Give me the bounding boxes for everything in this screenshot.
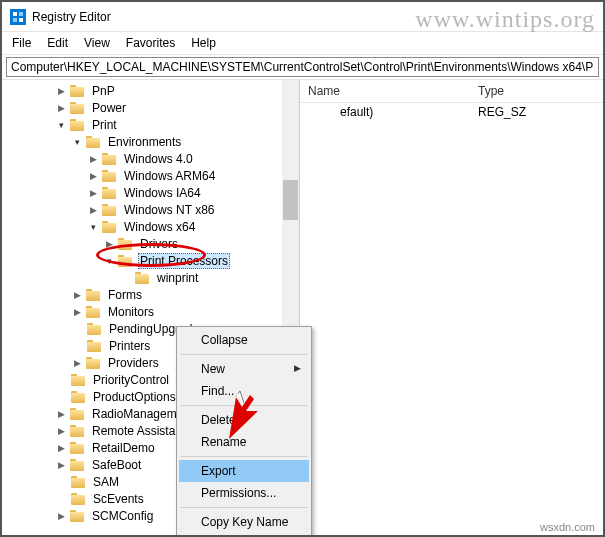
- tree-item-win40[interactable]: Windows 4.0: [122, 152, 195, 166]
- chevron-right-icon[interactable]: ▶: [55, 458, 68, 471]
- tree-item-drivers[interactable]: Drivers: [138, 237, 180, 251]
- chevron-right-icon[interactable]: ▶: [71, 356, 84, 369]
- ctx-new[interactable]: New▶: [179, 358, 309, 380]
- chevron-down-icon[interactable]: ▾: [87, 220, 100, 233]
- tree-item-winia64[interactable]: Windows IA64: [122, 186, 203, 200]
- scrollbar-thumb[interactable]: [283, 180, 298, 220]
- separator: [181, 507, 307, 508]
- folder-icon: [70, 424, 86, 437]
- tree-item-winarm64[interactable]: Windows ARM64: [122, 169, 217, 183]
- tree-item-prioritycontrol[interactable]: PriorityControl: [91, 373, 171, 387]
- tree-item-printers[interactable]: Printers: [107, 339, 152, 353]
- tree-item-winx64[interactable]: Windows x64: [122, 220, 197, 234]
- chevron-right-icon[interactable]: ▶: [87, 169, 100, 182]
- tree-item-power[interactable]: Power: [90, 101, 128, 115]
- tree-item-sam[interactable]: SAM: [91, 475, 121, 489]
- folder-icon: [102, 220, 118, 233]
- ctx-rename[interactable]: Rename: [179, 431, 309, 453]
- folder-icon: [102, 203, 118, 216]
- folder-icon: [86, 135, 102, 148]
- folder-icon: [86, 356, 102, 369]
- separator: [181, 354, 307, 355]
- folder-icon: [102, 169, 118, 182]
- menu-file[interactable]: File: [12, 36, 31, 50]
- svg-rect-0: [13, 12, 17, 16]
- chevron-right-icon[interactable]: ▶: [87, 186, 100, 199]
- svg-rect-3: [19, 18, 23, 22]
- folder-icon: [71, 492, 87, 505]
- chevron-right-icon[interactable]: ▶: [71, 288, 84, 301]
- folder-icon: [87, 322, 103, 335]
- folder-icon: [86, 288, 102, 301]
- folder-icon: [70, 458, 86, 471]
- folder-icon: [70, 441, 86, 454]
- tree-item-providers[interactable]: Providers: [106, 356, 161, 370]
- col-type[interactable]: Type: [470, 80, 603, 102]
- submenu-arrow-icon: ▶: [294, 363, 301, 373]
- chevron-right-icon[interactable]: ▶: [87, 152, 100, 165]
- tree-item-productoptions[interactable]: ProductOptions: [91, 390, 178, 404]
- folder-icon: [102, 186, 118, 199]
- chevron-down-icon[interactable]: ▾: [103, 254, 116, 267]
- cell-type: REG_SZ: [470, 103, 603, 121]
- folder-icon: [70, 84, 86, 97]
- ctx-export[interactable]: Export: [179, 460, 309, 482]
- tree-item-winprint[interactable]: winprint: [155, 271, 200, 285]
- folder-icon: [118, 237, 134, 250]
- address-input[interactable]: [6, 57, 599, 77]
- ctx-delete[interactable]: Delete: [179, 409, 309, 431]
- separator: [181, 405, 307, 406]
- chevron-right-icon[interactable]: ▶: [103, 237, 116, 250]
- title-bar: Registry Editor: [2, 2, 603, 32]
- folder-icon: [70, 509, 86, 522]
- ctx-copykeyname[interactable]: Copy Key Name: [179, 511, 309, 533]
- chevron-right-icon[interactable]: ▶: [71, 305, 84, 318]
- regedit-icon: [10, 9, 26, 25]
- separator: [181, 456, 307, 457]
- tree-item-print[interactable]: Print: [90, 118, 119, 132]
- tree-item-pnp[interactable]: PnP: [90, 84, 117, 98]
- menu-edit[interactable]: Edit: [47, 36, 68, 50]
- wsxdn-text: wsxdn.com: [540, 521, 595, 533]
- context-menu: Collapse New▶ Find... Delete Rename Expo…: [176, 326, 312, 536]
- window-title: Registry Editor: [32, 10, 111, 24]
- folder-icon: [71, 373, 87, 386]
- chevron-right-icon[interactable]: ▶: [55, 407, 68, 420]
- list-header: Name Type: [300, 80, 603, 103]
- tree-item-printprocessors[interactable]: Print Processors: [138, 253, 230, 269]
- folder-icon: [71, 475, 87, 488]
- folder-icon: [70, 118, 86, 131]
- chevron-right-icon[interactable]: ▶: [87, 203, 100, 216]
- folder-icon: [87, 339, 103, 352]
- menu-help[interactable]: Help: [191, 36, 216, 50]
- address-bar: [2, 54, 603, 80]
- tree-item-safeboot[interactable]: SafeBoot: [90, 458, 143, 472]
- chevron-right-icon[interactable]: ▶: [55, 101, 68, 114]
- chevron-right-icon[interactable]: ▶: [55, 424, 68, 437]
- ctx-permissions[interactable]: Permissions...: [179, 482, 309, 504]
- tree-item-scevents[interactable]: ScEvents: [91, 492, 146, 506]
- folder-icon: [135, 271, 151, 284]
- ctx-find[interactable]: Find...: [179, 380, 309, 402]
- list-row[interactable]: efault) REG_SZ: [300, 103, 603, 121]
- svg-rect-1: [19, 12, 23, 16]
- col-name[interactable]: Name: [300, 80, 470, 102]
- tree-item-monitors[interactable]: Monitors: [106, 305, 156, 319]
- tree-item-environments[interactable]: Environments: [106, 135, 183, 149]
- folder-icon: [70, 101, 86, 114]
- chevron-right-icon[interactable]: ▶: [55, 84, 68, 97]
- chevron-down-icon[interactable]: ▾: [55, 118, 68, 131]
- tree-item-forms[interactable]: Forms: [106, 288, 144, 302]
- menu-view[interactable]: View: [84, 36, 110, 50]
- tree-item-winntx86[interactable]: Windows NT x86: [122, 203, 216, 217]
- tree-item-retaildemo[interactable]: RetailDemo: [90, 441, 157, 455]
- values-list-panel[interactable]: Name Type efault) REG_SZ: [300, 80, 603, 531]
- chevron-right-icon[interactable]: ▶: [55, 441, 68, 454]
- folder-icon: [71, 390, 87, 403]
- menu-favorites[interactable]: Favorites: [126, 36, 175, 50]
- tree-item-scmconfig[interactable]: SCMConfig: [90, 509, 155, 523]
- chevron-right-icon[interactable]: ▶: [55, 509, 68, 522]
- chevron-down-icon[interactable]: ▾: [71, 135, 84, 148]
- folder-icon: [70, 407, 86, 420]
- ctx-collapse[interactable]: Collapse: [179, 329, 309, 351]
